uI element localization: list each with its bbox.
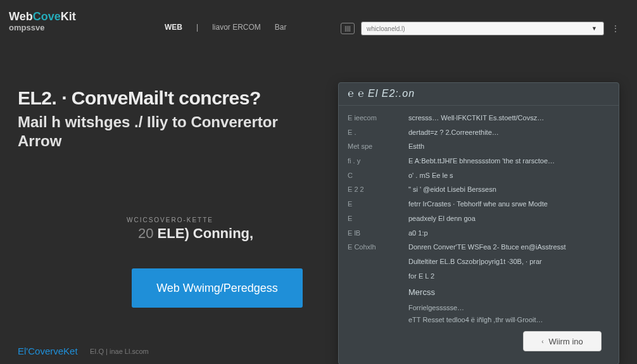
inspector-tail-line: Forrielgessssse…: [408, 302, 610, 314]
insp-row: Epeadxely El denn goa: [348, 213, 610, 225]
insp-row: ﬁ . yE A:Bebt.ttJHl'E bhnesssstom 'the s…: [348, 155, 610, 167]
insp-row: E .dertadt=z ? 2.Correerethite…: [348, 127, 610, 139]
insp-key: E ieecom: [348, 112, 398, 124]
insp-row: E lB a0 1:p: [348, 227, 610, 239]
headline-h2a: Mail h witshges ./ Iliy to Converertor: [18, 113, 278, 130]
footer-brand[interactable]: El'CoverveKet: [18, 346, 78, 356]
inspector-tail-line: eTT Resset tedloo4 ё iñlgħ ,thr will·Gro…: [408, 314, 610, 326]
insp-key: E .: [348, 127, 398, 139]
logo-part3: Kit: [61, 10, 76, 23]
insp-val: dertadt=z ? 2.Correerethite…: [408, 127, 610, 139]
insp-val: o' . mS Ee le s: [408, 170, 610, 182]
inspector-body: E ieecomscresss… Well·lFKCTKIT Es.stoett…: [339, 106, 619, 332]
headline-block: EL2. · ConveMail't concres? Mail h witsh…: [18, 87, 315, 151]
top-dropdown[interactable]: whicloaneld.l) ▼: [361, 22, 604, 35]
mid-title: 20 ELE) Conning,: [138, 225, 253, 242]
insp-row: E ieecomscresss… Well·lFKCTKIT Es.stoett…: [348, 112, 610, 124]
nav-web[interactable]: WEB: [165, 23, 182, 32]
insp-key: E lB: [348, 227, 398, 239]
insp-row: Dulteltiter EL.B Cszobr|poyrig1t ·30B, ·…: [348, 256, 610, 268]
mid-prefix: 20: [138, 225, 153, 241]
insp-val: Dulteltiter EL.B Cszobr|poyrig1t ·30B, ·…: [408, 256, 610, 268]
insp-val: scresss… Well·lFKCTKIT Es.stoett/Covsz…: [408, 112, 610, 124]
headline-h1: EL2. · ConveMail't concres?: [18, 87, 315, 109]
insp-row: for E L 2: [348, 270, 610, 282]
bottom-right-button[interactable]: ‹ Wiirm ino: [523, 331, 602, 351]
insp-row: E CohxlhDonren Conver'TE WSFea 2- Btuce …: [348, 241, 610, 253]
insp-key: ﬁ . y: [348, 155, 398, 167]
inspector-subheader: Mercss: [408, 286, 610, 299]
insp-key: E Cohxlh: [348, 241, 398, 253]
nav-bar[interactable]: Bar: [275, 23, 287, 32]
headline-h2: Mail h witshges ./ Iliy to Converertor A…: [18, 113, 315, 151]
chevron-down-icon: ▼: [591, 25, 597, 32]
insp-val: fetrr IrCrastes · Tebhorlf whe anu srwe …: [408, 198, 610, 210]
insp-key: C: [348, 170, 398, 182]
insp-val: a0 1:p: [408, 227, 610, 239]
insp-row: E 2 2" si ' @eidot Lisebi Berssesn: [348, 184, 610, 196]
chevron-left-icon: ‹: [541, 338, 543, 345]
insp-val: E A:Bebt.ttJHl'E bhnesssstom 'the st rar…: [408, 155, 610, 167]
dropdown-value: whicloaneld.l): [367, 25, 405, 32]
insp-val: Donren Conver'TE WSFea 2- Btuce en@iAsst…: [408, 241, 610, 253]
primary-cta-button[interactable]: Web Wwimg/Peredgess: [132, 268, 303, 308]
insp-val-link[interactable]: for E L 2: [408, 270, 610, 282]
footer-sub: EI.Q | inae Ll.scom: [90, 348, 149, 355]
insp-key: E 2 2: [348, 184, 398, 196]
logo-part2: Cove: [33, 10, 61, 23]
nav-pipe: |: [196, 23, 198, 32]
insp-key: E: [348, 213, 398, 225]
insp-row: Co' . mS Ee le s: [348, 170, 610, 182]
top-nav: WEB | liavor ERCOM Bar: [165, 23, 287, 32]
inspector-panel: ℮ ℮ El E2:.on E ieecomscresss… Well·lFKC…: [338, 82, 619, 364]
app-logo: WebCoveKit ompssve: [9, 10, 76, 34]
headline-h2b: Arrow: [18, 132, 61, 149]
insp-key: Met spe: [348, 141, 398, 153]
mid-main: ELE) Conning,: [153, 225, 253, 241]
logo-part1: Web: [9, 10, 33, 23]
kebab-menu[interactable]: ⋮: [610, 24, 621, 33]
main-area: EL2. · ConveMail't concres? Mail h witsh…: [0, 35, 637, 364]
inspector-title: ℮ ℮ El E2:.on: [339, 83, 619, 106]
insp-key: E: [348, 198, 398, 210]
insp-val: peadxely El denn goa: [408, 213, 610, 225]
mid-caption: WCICSOVERO-KETTE: [127, 217, 213, 223]
insp-key: [348, 256, 398, 268]
insp-row: Met speEstth: [348, 141, 610, 153]
br-btn-label: Wiirm ino: [549, 337, 583, 346]
top-strip: WebCoveKit ompssve WEB | liavor ERCOM Ba…: [0, 0, 637, 35]
insp-row: E fetrr IrCrastes · Tebhorlf whe anu srw…: [348, 198, 610, 210]
grid-icon[interactable]: ||||: [341, 23, 355, 34]
insp-val: " si ' @eidot Lisebi Berssesn: [408, 184, 610, 196]
insp-key: [348, 270, 398, 282]
top-right-controls: |||| whicloaneld.l) ▼ ⋮: [341, 22, 621, 35]
insp-val: Estth: [408, 141, 610, 153]
logo-subline: ompssve: [9, 22, 76, 34]
nav-ercom[interactable]: liavor ERCOM: [212, 23, 261, 32]
